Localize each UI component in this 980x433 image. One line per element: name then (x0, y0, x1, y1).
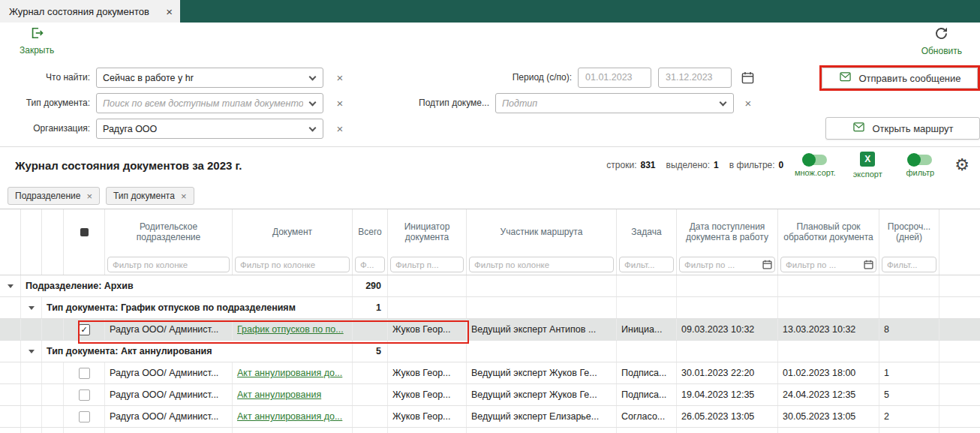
column-header-task[interactable]: Задача (617, 209, 677, 254)
clear-subtype-icon[interactable]: × (741, 93, 755, 113)
chevron-down-icon (309, 74, 317, 81)
column-header-date-due[interactable]: Плановый срок обработки документа (778, 209, 879, 254)
cell-date-due: 30.05.2023 13:05 (778, 406, 879, 427)
cell-date-due: 01.02.2023 18:00 (778, 362, 879, 383)
chip-tip-dokumenta[interactable]: Тип документа × (106, 187, 194, 205)
chevron-down-icon (309, 125, 317, 132)
export-label: экспорт (853, 170, 882, 179)
rows-count: строки:831 (606, 160, 655, 170)
document-link[interactable]: Акт аннулирования до... (237, 368, 342, 378)
row-checkbox[interactable] (79, 389, 90, 401)
cell-parent: Радуга ООО/ Админист... (105, 362, 233, 383)
column-header-overdue[interactable]: Просроч... (дней) (879, 209, 939, 254)
subtype-select[interactable]: Подтип (495, 93, 734, 113)
tab-bar: Журнал состояния документов × (0, 0, 980, 23)
group-row-doctype[interactable]: Тип документа: График отпусков по подраз… (0, 297, 980, 319)
column-header-total[interactable]: Всего (353, 209, 388, 254)
chevron-down-icon (720, 99, 727, 107)
filter-input-participant[interactable] (469, 257, 614, 272)
send-message-button[interactable]: Отправить сообщение (822, 68, 978, 89)
group-row-subdivision[interactable]: Подразделение: Архив 290 (0, 275, 980, 297)
what-to-find-select[interactable]: Сейчас в работе у hr (96, 68, 323, 88)
collapse-arrow-icon[interactable] (29, 306, 35, 310)
filter-toggle[interactable] (908, 155, 932, 165)
cell-participant: Ведущий эксперт Жуков Ге... (467, 362, 617, 383)
cell-parent: Радуга ООО/ ... (105, 428, 233, 433)
table-row[interactable]: Радуга ООО/ Админист... Акт аннулировани… (0, 406, 980, 428)
table-row[interactable]: Радуга ООО/ Админист... Акт аннулировани… (0, 384, 980, 406)
filter-input-parent[interactable] (107, 257, 230, 272)
cell-parent: Радуга ООО/ Админист... (105, 406, 233, 427)
cell-overdue: 1 (879, 362, 939, 383)
what-to-find-label: Что найти: (0, 68, 90, 88)
refresh-icon (933, 26, 949, 44)
group-row-doctype[interactable]: Тип документа: Акт аннулирования 5 (0, 341, 980, 362)
clear-doc-type-icon[interactable]: × (333, 93, 347, 113)
cell-initiator: Жуков Геор... (388, 384, 467, 405)
filter-input-overdue[interactable] (882, 257, 936, 272)
table-row-partial[interactable]: Радуга ООО/ ... Акт аннулирования... Жук… (0, 428, 980, 433)
cell-date-in (677, 428, 778, 433)
column-header-parent[interactable]: Родительское подразделение (105, 209, 233, 254)
filter-input-doc[interactable] (235, 257, 350, 272)
document-link[interactable]: Акт аннулирования (237, 389, 321, 400)
table-row[interactable]: Радуга ООО/ Админист... Акт аннулировани… (0, 362, 980, 384)
multisort-toggle[interactable] (803, 155, 827, 165)
annotation-box-send-message: Отправить сообщение (819, 65, 980, 91)
refresh-button-label: Обновить (921, 46, 962, 56)
period-label: Период (с/по): (492, 68, 572, 88)
refresh-button[interactable]: Обновить (921, 26, 962, 56)
filter-input-date-in[interactable] (679, 257, 775, 272)
column-header-participant[interactable]: Участник маршрута (467, 209, 617, 254)
documents-table: Родительское подразделение Документ Всег… (0, 209, 980, 433)
row-checkbox-checked[interactable]: ✓ (79, 324, 90, 335)
filter-input-date-due[interactable] (780, 257, 876, 272)
organization-label: Организация: (0, 119, 90, 139)
period-to-input[interactable]: 31.12.2023 (658, 68, 732, 88)
collapse-arrow-icon[interactable] (8, 284, 14, 288)
cell-task (617, 428, 677, 433)
filter-input-task[interactable] (619, 257, 674, 272)
cell-participant: Ведущий эксперт Жуков Ге... (467, 384, 617, 405)
cell-date-in: 09.03.2023 10:32 (677, 319, 778, 340)
cell-date-in: 30.01.2023 22:20 (677, 362, 778, 383)
open-route-button[interactable]: Открыть маршрут (825, 117, 980, 140)
chip-close-icon[interactable]: × (181, 191, 187, 202)
filtered-count: в фильтре:0 (729, 160, 783, 170)
close-button[interactable]: Закрыть (20, 26, 54, 56)
column-header-date-in[interactable]: Дата поступления документа в работу (677, 209, 778, 254)
table-row-selected[interactable]: ✓ Радуга ООО/ Админист... График отпуско… (0, 319, 980, 341)
group-total: 1 (353, 297, 388, 318)
main-toolbar: Закрыть Обновить (0, 23, 980, 57)
clear-organization-icon[interactable]: × (333, 119, 347, 139)
filter-input-total[interactable] (355, 257, 385, 272)
group-total: 5 (353, 341, 388, 362)
row-checkbox[interactable] (79, 368, 90, 379)
tab-journal[interactable]: Журнал состояния документов × (0, 0, 180, 23)
multisort-control: множ.сорт. (794, 153, 836, 177)
document-link[interactable]: График отпусков по по... (237, 324, 344, 335)
chip-close-icon[interactable]: × (86, 191, 92, 202)
collapse-arrow-icon[interactable] (29, 350, 35, 353)
select-all-checkbox[interactable] (80, 228, 89, 236)
filter-input-initiator[interactable] (390, 257, 464, 272)
selected-count: выделено:1 (666, 160, 719, 170)
group-label: Тип документа: Акт аннулирования (42, 341, 353, 362)
subtype-label: Подтип докуме... (405, 93, 489, 113)
column-header-doc[interactable]: Документ (233, 209, 353, 254)
calendar-icon[interactable] (741, 71, 754, 87)
row-checkbox[interactable] (79, 411, 90, 422)
filters-panel: Что найти: Сейчас в работе у hr × Период… (0, 57, 980, 146)
period-from-input[interactable]: 01.01.2023 (578, 68, 651, 88)
tab-close-icon[interactable]: × (166, 6, 173, 17)
excel-export-icon[interactable]: X (860, 152, 875, 167)
document-link[interactable]: Акт аннулирования до... (237, 411, 342, 422)
settings-gear-icon[interactable]: ⚙ (954, 157, 969, 173)
clear-what-icon[interactable]: × (333, 68, 347, 88)
group-total: 290 (353, 275, 388, 296)
chip-podrazdelenie[interactable]: Подразделение × (8, 187, 100, 205)
page-title: Журнал состояния документов за 2023 г. (15, 159, 242, 172)
organization-select[interactable]: Радуга ООО (96, 119, 323, 139)
column-header-initiator[interactable]: Инициатор документа (388, 209, 467, 254)
doc-type-select[interactable]: Поиск по всем доступным типам документов (96, 93, 323, 113)
